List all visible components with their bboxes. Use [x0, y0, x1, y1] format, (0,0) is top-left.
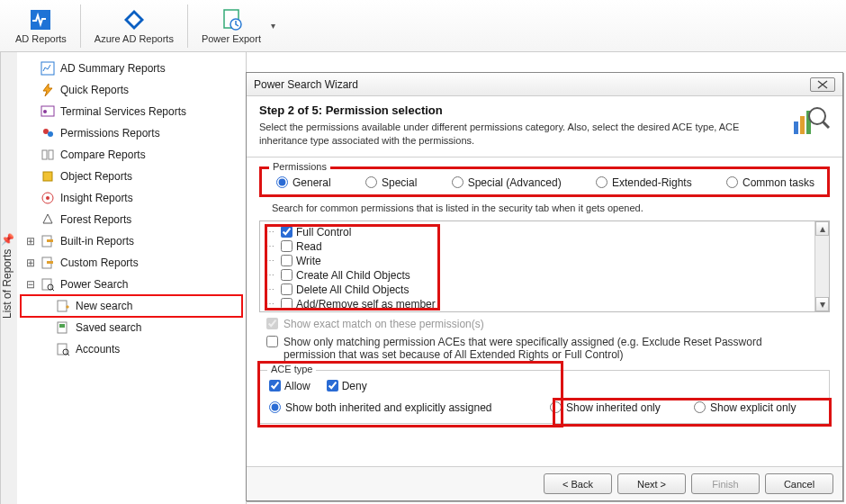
wizard-header: Step 2 of 5: Permission selection Select… [247, 96, 842, 158]
tree-item-accounts[interactable]: Accounts [21, 338, 242, 360]
lightning-icon [40, 83, 55, 97]
tree-label: Insight Reports [60, 192, 133, 204]
search-icon [40, 277, 55, 292]
tree-label: Power Search [60, 278, 128, 291]
saved-search-icon [56, 320, 70, 335]
perm-label: Read [296, 240, 322, 253]
radio-show-explicit[interactable]: Show explicit only [694, 401, 820, 414]
radio-label: General [292, 176, 331, 189]
radio-show-both[interactable]: Show both inherited and explicitly assig… [269, 401, 550, 414]
radio-special[interactable]: Special [365, 176, 417, 189]
svg-line-35 [823, 122, 829, 128]
svg-rect-12 [49, 150, 53, 159]
terminal-icon [40, 104, 55, 119]
perm-item-create-children[interactable]: ⋯Create All Child Objects [266, 268, 809, 283]
perm-label: Create All Child Objects [296, 269, 410, 282]
tree-item-compare[interactable]: Compare Reports [21, 144, 242, 166]
new-search-icon [56, 299, 70, 313]
perm-item-delete-children[interactable]: ⋯Delete All Child Objects [266, 283, 809, 297]
export-icon [219, 7, 244, 32]
summary-icon [40, 61, 55, 76]
tree-item-forest[interactable]: Forest Reports [21, 209, 242, 230]
svg-marker-16 [43, 214, 52, 223]
tree-label: New search [76, 300, 132, 312]
cancel-button[interactable]: Cancel [765, 473, 833, 494]
reports-tree: AD Summary Reports Quick Reports Termina… [17, 52, 247, 504]
radio-show-inherited[interactable]: Show inherited only [550, 401, 694, 414]
perm-label: Full Control [296, 226, 351, 238]
tree-label: Saved search [76, 321, 141, 334]
perm-item-read[interactable]: ⋯Read [266, 239, 809, 254]
ribbon-azure-ad-reports[interactable]: Azure AD Reports [85, 4, 184, 47]
radio-label: Special (Advanced) [468, 176, 562, 189]
tree-item-new-search[interactable]: New search [21, 295, 242, 317]
svg-rect-24 [58, 301, 67, 311]
checkbox-show-matching[interactable]: Show only matching permission ACEs that … [266, 336, 830, 361]
svg-rect-27 [59, 324, 65, 328]
svg-rect-32 [800, 116, 805, 134]
ribbon-label: Azure AD Reports [94, 33, 174, 44]
radio-common-tasks[interactable]: Common tasks [726, 176, 814, 189]
svg-rect-11 [42, 150, 47, 159]
tree-item-insight[interactable]: Insight Reports [21, 187, 242, 209]
tree-label: Built-in Reports [60, 235, 134, 248]
sidebar-tab[interactable]: List of Reports 📌 [0, 52, 17, 504]
pulse-icon [28, 7, 53, 32]
scroll-track[interactable] [815, 236, 829, 297]
ribbon-ad-reports[interactable]: AD Reports [5, 4, 76, 47]
collapse-icon[interactable]: ⊟ [25, 280, 35, 290]
tree-label: AD Summary Reports [60, 62, 166, 75]
permissions-description: Search for common permissions that is li… [272, 202, 830, 213]
tree-item-object[interactable]: Object Reports [21, 166, 242, 187]
perm-label: Add/Remove self as member [296, 298, 436, 310]
expand-icon[interactable]: ⊞ [25, 258, 35, 268]
permissions-group: Permissions General Special Special (Adv… [259, 166, 830, 197]
checkbox-deny[interactable]: Deny [327, 380, 367, 392]
radio-special-advanced[interactable]: Special (Advanced) [452, 176, 562, 189]
tree-item-quick[interactable]: Quick Reports [21, 79, 242, 101]
expand-icon[interactable]: ⊞ [25, 237, 35, 247]
perm-item-add-remove-self[interactable]: ⋯Add/Remove self as member [266, 297, 809, 311]
group-title: ACE type [267, 364, 316, 374]
compare-icon [40, 148, 55, 162]
tree-item-permissions[interactable]: Permissions Reports [21, 122, 242, 144]
scroll-up-icon[interactable]: ▴ [815, 221, 829, 236]
tree-item-terminal[interactable]: Terminal Services Reports [21, 101, 242, 122]
checkbox-allow[interactable]: Allow [269, 380, 310, 392]
dialog-titlebar: Power Search Wizard [247, 73, 842, 96]
perm-item-write[interactable]: ⋯Write [266, 254, 809, 268]
scroll-down-icon[interactable]: ▾ [815, 297, 829, 311]
step-title: Step 2 of 5: Permission selection [259, 104, 745, 117]
radio-general[interactable]: General [276, 176, 331, 189]
accounts-icon [56, 342, 70, 356]
tree-label: Accounts [76, 343, 120, 356]
pin-icon: 📌 [1, 232, 14, 246]
tree-item-summary[interactable]: AD Summary Reports [21, 58, 242, 79]
close-button[interactable] [810, 77, 835, 92]
tree-item-custom[interactable]: ⊞Custom Reports [21, 252, 242, 274]
dropdown-caret-icon[interactable]: ▾ [271, 21, 275, 31]
scrollbar[interactable]: ▴ ▾ [814, 221, 829, 311]
dialog-title: Power Search Wizard [254, 78, 358, 91]
perm-label: Delete All Child Objects [296, 284, 409, 296]
tree-item-saved-search[interactable]: Saved search [21, 317, 242, 338]
ribbon-power-export[interactable]: Power Export [192, 4, 271, 47]
tree-item-builtin[interactable]: ⊞Built-in Reports [21, 230, 242, 252]
tree-item-power-search[interactable]: ⊟Power Search [21, 274, 242, 295]
tree-label: Quick Reports [60, 84, 129, 96]
svg-rect-31 [794, 122, 798, 134]
next-button[interactable]: Next > [617, 473, 686, 494]
svg-rect-13 [43, 172, 52, 181]
perm-label: Write [296, 255, 321, 267]
separator [187, 4, 188, 48]
radio-extended-rights[interactable]: Extended-Rights [596, 176, 692, 189]
svg-rect-18 [47, 239, 53, 242]
perm-item-full-control[interactable]: ⋯Full Control [266, 225, 809, 239]
ribbon-label: AD Reports [15, 33, 67, 44]
radio-label: Special [382, 176, 417, 189]
back-button[interactable]: < Back [544, 473, 612, 494]
power-search-wizard-dialog: Power Search Wizard Step 2 of 5: Permiss… [246, 72, 843, 501]
report-icon [40, 234, 55, 248]
object-icon [40, 169, 55, 184]
ace-type-group: ACE type Allow Deny Show both inherited … [259, 370, 830, 424]
